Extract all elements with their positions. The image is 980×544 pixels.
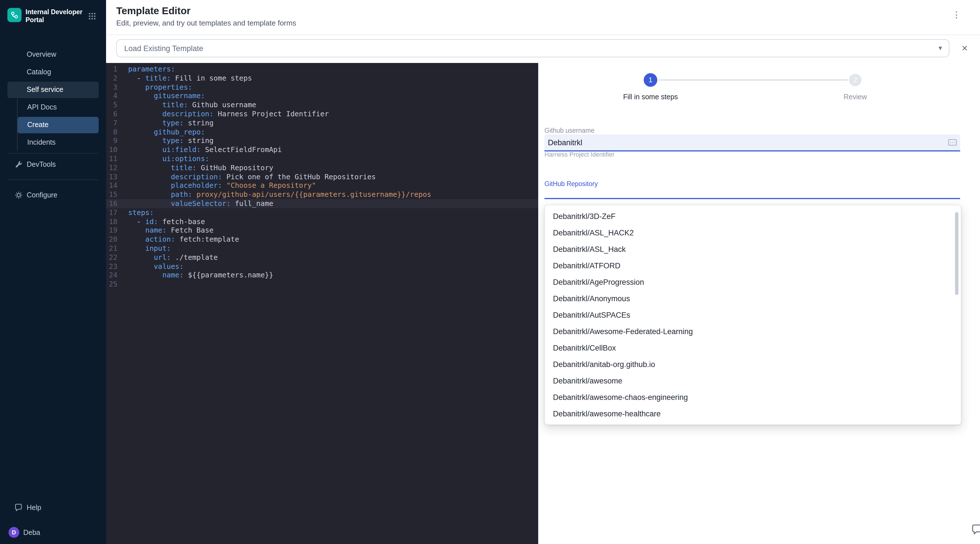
app-logo-icon[interactable] [7,8,22,22]
template-select-row: Load Existing Template ▾ ✕ [106,35,980,57]
sidebar-item-self-service[interactable]: Self service [7,82,99,98]
line-number: 7 [106,119,118,128]
github-repo-input[interactable] [544,198,960,199]
help-button[interactable]: Help [7,499,99,515]
code-line-12[interactable]: 12 title: GitHub Repository [106,163,538,172]
repo-option[interactable]: Debanitrkl/Awesome-Federated-Learning [545,323,961,340]
code-text: values: [118,262,184,271]
code-line-20[interactable]: 20 action: fetch:template [106,235,538,244]
code-line-19[interactable]: 19 name: Fetch Base [106,226,538,235]
code-editor[interactable]: 1parameters:2 - title: Fill in some step… [106,63,538,544]
repo-dropdown: Debanitrkl/3D-ZeFDebanitrkl/ASL_HACK2Deb… [544,205,961,425]
repo-option[interactable]: Debanitrkl/CellBox [545,340,961,356]
code-line-25[interactable]: 25 [106,280,538,289]
line-number: 6 [106,110,118,119]
repo-option[interactable]: Debanitrkl/awesome [545,373,961,389]
sidebar-item-devtools[interactable]: DevTools [7,156,99,172]
repo-option[interactable]: Debanitrkl/Anonymous [545,290,961,307]
line-number: 10 [106,145,118,154]
repo-option[interactable]: Debanitrkl/ASL_Hack [545,241,961,258]
code-line-1[interactable]: 1parameters: [106,65,538,74]
code-line-9[interactable]: 9 type: string [106,137,538,145]
code-text: input: [118,244,171,253]
dropdown-scrollbar[interactable] [955,212,958,295]
sidebar-item-configure[interactable]: Configure [7,187,99,203]
code-line-22[interactable]: 22 url: ./template [106,253,538,262]
code-line-13[interactable]: 13 description: Pick one of the GitHub R… [106,172,538,181]
github-username-input-field[interactable] [544,134,960,150]
code-text: type: string [118,119,213,128]
repo-option[interactable]: Debanitrkl/3D-ZeF [545,208,961,224]
app-title: Internal Developer Portal [25,8,83,32]
ellipsis-adornment-icon[interactable]: ⋯ [948,139,957,145]
sidebar-item-configure-label: Configure [27,191,57,199]
repo-option[interactable]: Debanitrkl/AutSPACEs [545,307,961,323]
code-text: path: proxy/github-api/users/{{parameter… [118,190,431,199]
template-select[interactable]: Load Existing Template ▾ [116,39,950,57]
sidebar-item-catalog[interactable]: Catalog [7,64,99,81]
code-line-7[interactable]: 7 type: string [106,119,538,128]
sidebar-nav-top: OverviewCatalogSelf service [0,46,106,98]
code-text: url: ./template [118,253,218,262]
app-root: Internal Developer Portal OverviewCatalo… [0,0,980,544]
user-menu[interactable]: D Deba [7,524,99,541]
line-number: 3 [106,83,118,92]
repo-option[interactable]: Debanitrkl/anitab-org.github.io [545,356,961,373]
repo-option-list: Debanitrkl/3D-ZeFDebanitrkl/ASL_HACK2Deb… [545,208,961,422]
repo-option[interactable]: Debanitrkl/ATFORD [545,258,961,274]
github-username-input[interactable]: ⋯ [544,134,960,151]
repo-option[interactable]: Debanitrkl/ASL_HACK2 [545,224,961,241]
kebab-icon: ⋮ [952,10,961,19]
sidebar-item-incidents[interactable]: Incidents [18,134,99,151]
template-select-value: Load Existing Template [124,44,203,52]
code-line-8[interactable]: 8 github_repo: [106,127,538,137]
gear-icon [14,191,23,199]
code-line-4[interactable]: 4 gitusername: [106,92,538,101]
code-line-15[interactable]: 15 path: proxy/github-api/users/{{parame… [106,190,538,199]
line-number: 13 [106,172,118,181]
line-number: 18 [106,217,118,226]
clear-template-button[interactable]: ✕ [959,43,970,53]
code-line-3[interactable]: 3 properties: [106,83,538,92]
code-line-2[interactable]: 2 - title: Fill in some steps [106,74,538,83]
kebab-menu-button[interactable]: ⋮ [952,9,961,21]
code-line-18[interactable]: 18 - id: fetch-base [106,217,538,226]
feedback-button[interactable] [971,523,980,536]
code-line-10[interactable]: 10 ui:field: SelectFieldFromApi [106,145,538,154]
repo-option[interactable]: Debanitrkl/awesome-healthcare [545,406,961,422]
sidebar-item-create[interactable]: Create [18,117,99,133]
line-number: 9 [106,137,118,145]
code-text: - id: fetch-base [118,217,205,226]
sidebar-item-api-docs[interactable]: API Docs [18,99,99,116]
code-text: title: Github username [118,100,256,110]
repo-option[interactable]: Debanitrkl/awesome-chaos-engineering [545,389,961,406]
code-line-21[interactable]: 21 input: [106,244,538,253]
line-number: 4 [106,92,118,101]
code-text: action: fetch:template [118,235,239,244]
code-text: - title: Fill in some steps [118,74,252,83]
sidebar-nav: OverviewCatalogSelf service API DocsCrea… [0,46,106,152]
code-line-6[interactable]: 6 description: Harness Project Identifie… [106,110,538,119]
code-text: name: ${{parameters.name}} [118,271,274,280]
sidebar-item-overview[interactable]: Overview [7,46,99,63]
chat-bubble-icon [971,523,980,536]
close-icon: ✕ [961,44,968,53]
code-text: placeholder: "Choose a Repository" [118,181,316,190]
code-line-11[interactable]: 11 ui:options: [106,154,538,163]
page-subtitle: Edit, preview, and try out templates and… [116,19,969,28]
sidebar-divider [7,179,99,180]
code-line-16[interactable]: 16 valueSelector: full_name [106,199,538,208]
apps-grid-icon[interactable] [89,12,96,22]
code-line-23[interactable]: 23 values: [106,262,538,271]
code-line-14[interactable]: 14 placeholder: "Choose a Repository" [106,181,538,190]
code-line-5[interactable]: 5 title: Github username [106,100,538,110]
code-line-24[interactable]: 24 name: ${{parameters.name}} [106,271,538,280]
step-1-label: Fill in some steps [588,93,713,101]
repo-option[interactable]: Debanitrkl/AgeProgression [545,274,961,290]
sidebar-item-devtools-label: DevTools [27,160,56,168]
sidebar: Internal Developer Portal OverviewCatalo… [0,0,106,544]
code-text: description: Pick one of the GitHub Repo… [118,172,376,181]
github-username-label: Github username [544,127,594,134]
code-text: steps: [118,208,154,217]
code-line-17[interactable]: 17steps: [106,208,538,217]
